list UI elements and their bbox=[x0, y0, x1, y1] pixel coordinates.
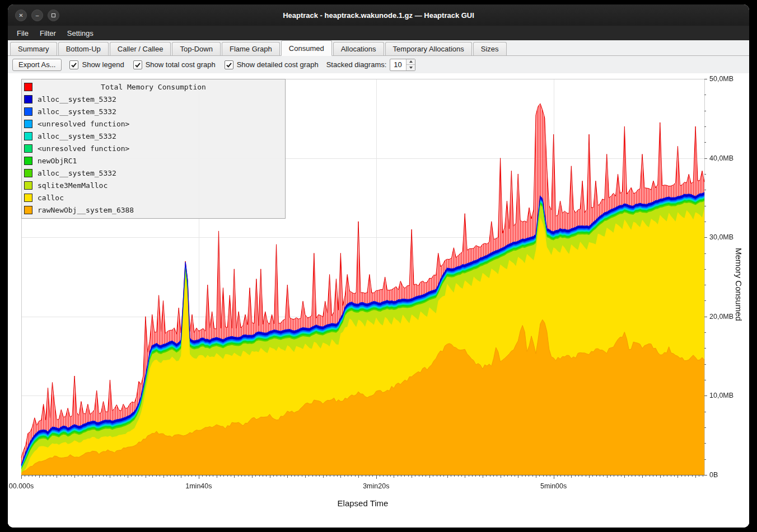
legend-label: <unresolved function> bbox=[38, 120, 129, 128]
checkbox-label: Show total cost graph bbox=[146, 60, 216, 69]
tab-bottom-up[interactable]: Bottom-Up bbox=[58, 42, 109, 55]
legend-label: newObjRC1 bbox=[38, 157, 77, 165]
legend-item: <unresolved function> bbox=[24, 142, 283, 154]
checkbox-show-total-cost-graph[interactable]: Show total cost graph bbox=[133, 60, 216, 69]
legend-swatch bbox=[24, 169, 32, 177]
window-titlebar[interactable]: ✕ – Heaptrack - heaptrack.wakunode.1.gz … bbox=[8, 4, 749, 26]
legend-swatch bbox=[24, 144, 32, 153]
legend-label: <unresolved function> bbox=[38, 144, 129, 153]
minimize-icon: – bbox=[36, 12, 39, 18]
checkbox-show-detailed-cost-graph[interactable]: Show detailed cost graph bbox=[225, 60, 319, 69]
heaptrack-window: ✕ – Heaptrack - heaptrack.wakunode.1.gz … bbox=[8, 4, 749, 528]
legend-chart-title: Total Memory Consumption bbox=[24, 83, 283, 91]
checkbox-label: Show detailed cost graph bbox=[237, 60, 319, 69]
legend-swatch bbox=[24, 157, 32, 165]
checkbox-show-legend[interactable]: Show legend bbox=[69, 60, 124, 69]
tab-temporary-allocations[interactable]: Temporary Allocations bbox=[385, 42, 472, 55]
legend-label: rawNewObj__system_6388 bbox=[38, 206, 134, 214]
legend-label: calloc bbox=[38, 194, 64, 202]
checkbox-box[interactable] bbox=[225, 60, 233, 69]
checkbox-box[interactable] bbox=[133, 60, 142, 69]
legend-label: alloc__system_5332 bbox=[38, 95, 116, 103]
menu-item-settings[interactable]: Settings bbox=[62, 27, 99, 39]
legend-item: alloc__system_5332 bbox=[24, 93, 283, 105]
window-controls: ✕ – bbox=[15, 4, 59, 26]
menu-bar: FileFilterSettings bbox=[8, 26, 749, 40]
maximize-button[interactable] bbox=[48, 10, 59, 21]
legend-swatch bbox=[24, 132, 32, 140]
checkbox-label: Show legend bbox=[82, 60, 124, 69]
legend-swatch bbox=[24, 206, 32, 214]
chart-legend: Total Memory Consumptionalloc__system_53… bbox=[21, 79, 286, 219]
legend-item: <unresolved function> bbox=[24, 117, 283, 130]
legend-item: calloc bbox=[24, 191, 283, 204]
x-axis-title: Elapsed Time bbox=[338, 498, 389, 508]
legend-item: alloc__system_5332 bbox=[24, 167, 283, 179]
stacked-diagrams-spinbox[interactable]: 10 bbox=[390, 59, 415, 71]
tab-flame-graph[interactable]: Flame Graph bbox=[222, 42, 280, 55]
stacked-diagrams-up-button[interactable] bbox=[406, 59, 415, 65]
spin-buttons bbox=[406, 59, 415, 70]
legend-title-row: Total Memory Consumption bbox=[24, 81, 283, 93]
minimize-button[interactable]: – bbox=[31, 10, 43, 21]
legend-swatch bbox=[24, 120, 32, 128]
legend-item: newObjRC1 bbox=[24, 154, 283, 167]
spin-up-icon bbox=[409, 60, 413, 63]
legend-label: sqlite3MemMalloc bbox=[38, 181, 108, 190]
checkbox-box[interactable] bbox=[69, 60, 78, 69]
legend-swatch bbox=[24, 181, 32, 190]
legend-item: sqlite3MemMalloc bbox=[24, 179, 283, 191]
legend-label: alloc__system_5332 bbox=[38, 107, 116, 116]
legend-swatch bbox=[24, 107, 32, 116]
tab-allocations[interactable]: Allocations bbox=[333, 42, 384, 55]
close-icon: ✕ bbox=[18, 12, 23, 18]
stacked-diagrams-label: Stacked diagrams: bbox=[326, 60, 387, 69]
window-title: Heaptrack - heaptrack.wakunode.1.gz — He… bbox=[283, 11, 474, 20]
chart-area: Total Memory Consumptionalloc__system_53… bbox=[8, 73, 749, 528]
tab-summary[interactable]: Summary bbox=[10, 42, 57, 55]
legend-item: alloc__system_5332 bbox=[24, 130, 283, 142]
checkbox-group: Show legendShow total cost graphShow det… bbox=[69, 60, 318, 69]
legend-item: rawNewObj__system_6388 bbox=[24, 204, 283, 216]
legend-label: alloc__system_5332 bbox=[38, 132, 116, 140]
legend-item: alloc__system_5332 bbox=[24, 105, 283, 117]
tab-consumed[interactable]: Consumed bbox=[281, 40, 332, 56]
spin-down-icon bbox=[409, 67, 413, 69]
legend-label: alloc__system_5332 bbox=[38, 169, 116, 177]
legend-swatch bbox=[24, 194, 32, 202]
chart-toolbar: Export As... Show legendShow total cost … bbox=[8, 56, 749, 73]
tab-top-down[interactable]: Top-Down bbox=[172, 42, 221, 55]
tab-bar: SummaryBottom-UpCaller / CalleeTop-DownF… bbox=[8, 40, 749, 56]
tab-caller-callee[interactable]: Caller / Callee bbox=[110, 42, 171, 55]
tab-sizes[interactable]: Sizes bbox=[473, 42, 507, 55]
stacked-diagrams-value[interactable]: 10 bbox=[390, 59, 406, 70]
maximize-icon bbox=[52, 13, 55, 17]
export-as-button[interactable]: Export As... bbox=[12, 59, 62, 71]
close-button[interactable]: ✕ bbox=[15, 10, 27, 21]
menu-item-file[interactable]: File bbox=[11, 27, 34, 39]
menu-item-filter[interactable]: Filter bbox=[34, 27, 62, 39]
y-axis-title: Memory Consumed bbox=[734, 248, 744, 321]
stacked-diagrams-down-button[interactable] bbox=[406, 64, 415, 70]
legend-swatch bbox=[24, 95, 32, 103]
